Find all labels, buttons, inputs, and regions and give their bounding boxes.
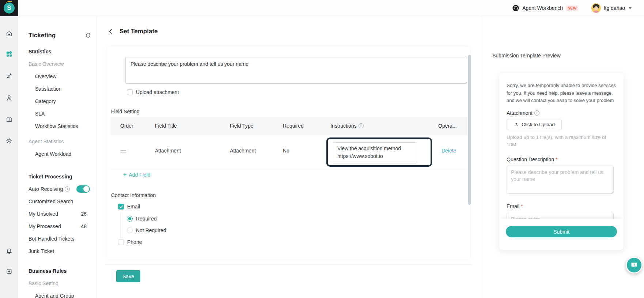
sidebar-item-agent-and-group[interactable]: Agent and Group [18, 290, 96, 298]
downloads-icon[interactable] [0, 265, 18, 278]
instructions-info-icon[interactable]: i [359, 123, 364, 128]
sidebar-item-ticket-processing[interactable]: Ticket Processing [18, 170, 96, 183]
template-form-card: Please describe your problem and tell us… [107, 46, 470, 260]
required-label: Required [136, 216, 157, 222]
sidebar-item-business-rules[interactable]: Business Rules [18, 265, 96, 277]
sidebar: Ticketing Statistics Basic Overview Over… [18, 16, 97, 298]
field-table: Order Field Title Field Type Required In… [111, 117, 467, 169]
col-field-title: Field Title [155, 123, 177, 129]
required-asterisk: * [521, 203, 523, 209]
upload-hint: Upload up to 1 file(s), with a maximum s… [507, 134, 618, 149]
radio-group-connector [121, 212, 121, 239]
field-table-header: Order Field Title Field Type Required In… [111, 117, 467, 135]
sidebar-item-junk-ticket[interactable]: Junk Ticket [18, 245, 96, 257]
main-scrollbar-thumb[interactable] [468, 55, 471, 205]
preview-email-label: Email* [507, 203, 523, 209]
contact-information-label: Contact Information [111, 192, 156, 198]
required-radio[interactable] [127, 216, 133, 222]
sidebar-item-auto-receiving[interactable]: Auto Receivingi [18, 183, 96, 195]
agent-workbench-label: Agent Workbench [522, 5, 563, 11]
sidebar-group-agent-statistics[interactable]: Agent Statistics [18, 135, 96, 148]
tour-highlight-box: View the acquisition method https://www.… [326, 137, 432, 167]
knowledge-book-icon[interactable] [0, 113, 18, 127]
footer-divider [106, 264, 472, 265]
submit-button[interactable]: Submit [506, 226, 617, 237]
email-checkbox[interactable] [118, 204, 124, 210]
add-field-button[interactable]: + Add Field [123, 172, 151, 178]
email-option: Email [118, 204, 140, 210]
not-required-option: Not Required [127, 227, 166, 233]
required-option: Required [127, 216, 157, 222]
user-menu[interactable]: ltg dahao [591, 3, 632, 13]
sidebar-item-satisfaction[interactable]: Satisfaction [18, 83, 96, 95]
sidebar-group-basic-setting[interactable]: Basic Setting [18, 277, 96, 290]
main-content: Set Template Please describe your proble… [97, 16, 482, 298]
help-chat-icon: ? [630, 261, 639, 269]
phone-checkbox[interactable] [118, 239, 124, 245]
sidebar-item-category[interactable]: Category [18, 95, 96, 107]
click-to-upload-button[interactable]: Click to Upload [507, 119, 562, 130]
save-button[interactable]: Save [116, 270, 140, 282]
phone-label: Phone [127, 239, 142, 245]
table-row: Attachment Attachment No View the acquis… [111, 135, 467, 169]
upload-icon [514, 122, 519, 127]
preview-card: Sorry, we are temporarily unable to prov… [499, 73, 624, 250]
app-logo[interactable]: S [0, 0, 18, 16]
question-description-label: Question Description* [507, 156, 557, 162]
field-setting-label: Field Setting [111, 109, 140, 114]
svg-text:?: ? [633, 263, 635, 267]
home-icon[interactable] [0, 27, 18, 40]
phone-option: Phone [118, 239, 142, 245]
attachment-info-icon: i [534, 110, 539, 116]
page-header: Set Template [107, 28, 158, 35]
delete-link[interactable]: Delete [442, 148, 456, 154]
upload-attachment-checkbox[interactable] [127, 89, 133, 95]
refresh-icon[interactable] [85, 32, 91, 39]
settings-gear-icon[interactable] [0, 134, 18, 147]
cell-required: No [283, 148, 289, 154]
sobot-logo-icon: S [4, 3, 15, 14]
preview-message: Sorry, we are temporarily unable to prov… [507, 82, 617, 105]
not-required-label: Not Required [136, 227, 166, 233]
workflow-icon[interactable] [0, 69, 18, 82]
preview-panel: Submission Template Preview Sorry, we ar… [482, 16, 644, 298]
sidebar-title: Ticketing [18, 31, 96, 40]
apps-icon[interactable] [0, 48, 18, 61]
sidebar-item-my-processed[interactable]: My Processed48 [18, 220, 96, 233]
col-field-type: Field Type [230, 123, 253, 129]
help-button[interactable]: ? [626, 257, 643, 274]
not-required-radio[interactable] [127, 227, 133, 233]
sidebar-item-workflow-statistics[interactable]: Workflow Statistics [18, 120, 96, 132]
processed-count: 48 [81, 220, 87, 233]
col-operation: Opera... [438, 123, 457, 129]
info-icon[interactable]: i [65, 186, 70, 192]
instructions-input[interactable]: View the acquisition method https://www.… [333, 142, 417, 163]
drag-handle-icon[interactable] [120, 149, 126, 155]
customer-icon[interactable] [0, 91, 18, 105]
preview-attachment-label: Attachmenti [507, 110, 539, 116]
auto-receiving-toggle[interactable] [76, 185, 90, 193]
email-label: Email [127, 204, 140, 210]
agent-workbench-link[interactable]: Agent Workbench NEW [512, 4, 578, 12]
cell-field-type: Attachment [230, 148, 256, 154]
notifications-bell-icon[interactable] [0, 245, 18, 258]
back-icon[interactable] [107, 28, 114, 35]
sidebar-group-basic-overview[interactable]: Basic Overview [18, 58, 96, 70]
col-instructions: Instructionsi [330, 123, 364, 129]
sidebar-item-bot-handled-tickets[interactable]: Bot-Handled Tickets [18, 233, 96, 245]
sidebar-item-sla[interactable]: SLA [18, 107, 96, 120]
question-description-textarea[interactable] [507, 166, 614, 194]
sidebar-item-overview[interactable]: Overview [18, 70, 96, 83]
col-required: Required [283, 123, 304, 129]
avatar [591, 3, 601, 13]
sidebar-item-customized-search[interactable]: Customized Search [18, 195, 96, 208]
required-asterisk: * [556, 156, 557, 162]
upload-attachment-label: Upload attachment [136, 89, 179, 95]
sidebar-item-statistics[interactable]: Statistics [18, 45, 96, 58]
unsolved-count: 26 [81, 208, 87, 220]
preview-title: Submission Template Preview [492, 53, 561, 59]
headset-icon [512, 4, 519, 12]
sidebar-item-my-unsolved[interactable]: My Unsolved26 [18, 208, 96, 220]
description-textarea[interactable]: Please describe your problem and tell us… [125, 57, 467, 84]
sidebar-item-agent-workload[interactable]: Agent Workload [18, 148, 96, 160]
